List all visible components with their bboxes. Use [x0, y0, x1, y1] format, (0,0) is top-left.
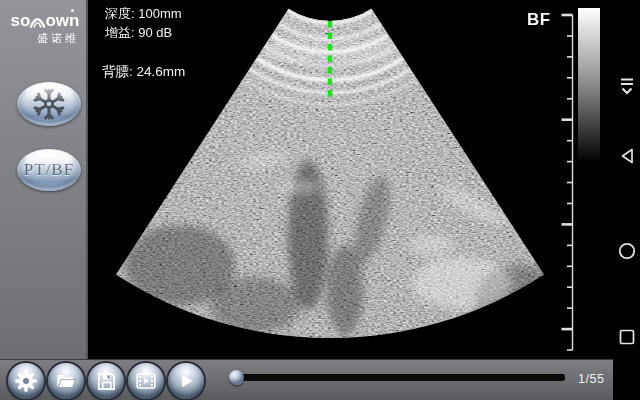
depth-ruler: [562, 15, 573, 350]
depth-value: 100mm: [138, 6, 181, 21]
pt-bf-label: PT/BF: [24, 160, 74, 180]
sidebar: so own 盛诺维: [0, 0, 88, 360]
gear-icon: [14, 369, 38, 393]
video-clip-button[interactable]: [128, 363, 164, 399]
open-folder-icon: [54, 369, 78, 393]
mode-badge: BF: [527, 10, 551, 29]
home-icon[interactable]: [618, 242, 636, 260]
grayscale-bar: [578, 8, 600, 162]
play-button[interactable]: [168, 363, 204, 399]
cine-slider-thumb[interactable]: [229, 370, 244, 385]
back-icon[interactable]: [619, 147, 634, 165]
open-file-button[interactable]: [48, 363, 84, 399]
settings-button[interactable]: [8, 363, 44, 399]
brand-subtitle-cn: 盛诺维: [10, 31, 80, 46]
logo-dot: [71, 9, 74, 12]
backfat-readout: 背膘: 24.6mm: [102, 62, 185, 81]
brand-text-left: so: [11, 13, 31, 29]
ultrasound-app-screen: { "brand": { "text_left": "so", "text_ri…: [0, 0, 640, 400]
scan-parameters: 深度: 100mm 增益: 90 dB: [105, 4, 182, 42]
gain-value: 90 dB: [138, 25, 172, 40]
scan-fan: [105, 0, 565, 350]
freeze-button[interactable]: [17, 82, 81, 126]
brand-fan-icon: [29, 14, 46, 29]
brand-logo: so own 盛诺维: [10, 13, 80, 46]
play-icon: [174, 369, 198, 393]
save-button[interactable]: [88, 363, 124, 399]
recent-apps-icon[interactable]: [619, 329, 635, 345]
hide-navigation-icon[interactable]: [619, 77, 635, 96]
ultrasound-image[interactable]: [0, 0, 613, 359]
pt-bf-button[interactable]: PT/BF: [17, 149, 81, 191]
snowflake-icon: [31, 88, 67, 120]
backfat-label: 背膘:: [102, 64, 133, 79]
depth-label: 深度:: [105, 6, 135, 21]
android-nav-bar: [613, 0, 640, 400]
gain-readout: 增益: 90 dB: [105, 23, 182, 42]
backfat-value: 24.6mm: [137, 64, 186, 79]
brand-text-right: own: [45, 13, 79, 29]
depth-readout: 深度: 100mm: [105, 4, 182, 23]
film-strip-icon: [134, 369, 158, 393]
cine-slider-track[interactable]: [237, 374, 565, 381]
gain-label: 增益:: [105, 25, 135, 40]
frame-counter: 1/55: [578, 372, 604, 386]
floppy-disk-icon: [95, 370, 118, 393]
